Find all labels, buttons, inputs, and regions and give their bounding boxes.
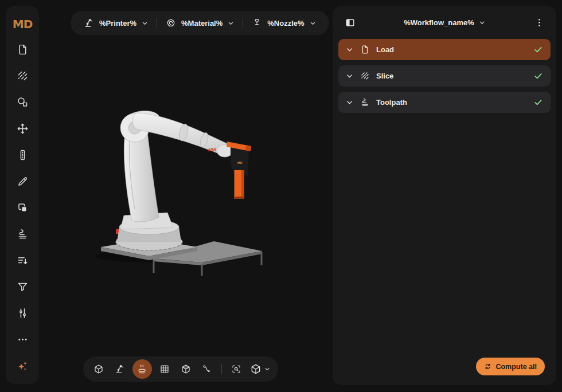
step-label: Load: [376, 45, 394, 54]
file-button[interactable]: [13, 41, 32, 57]
step-label: Toolpath: [376, 98, 407, 107]
panel-toggle-button[interactable]: [342, 14, 358, 30]
grid-icon: [159, 363, 170, 375]
shapes-button[interactable]: [13, 94, 32, 110]
move-icon: [17, 123, 29, 135]
spline-path-icon: [202, 363, 212, 375]
file-icon: [17, 44, 29, 56]
toolbar-divider: [221, 364, 222, 374]
slice-hatch-icon: [360, 71, 370, 81]
app-logo: MD: [13, 17, 33, 31]
panel-layout-icon: [345, 17, 356, 28]
printer-label: %Printer%: [99, 19, 136, 28]
abb-brand-label: ABB: [207, 148, 216, 152]
duplicate-icon: [17, 202, 29, 214]
more-options-button[interactable]: [13, 331, 32, 347]
measure-button[interactable]: [13, 147, 32, 163]
sort-list-button[interactable]: [13, 252, 32, 268]
move-button[interactable]: [13, 120, 32, 136]
edit-button[interactable]: [13, 173, 32, 189]
grid-button[interactable]: [156, 360, 173, 378]
workflow-header: %Workflow_name%: [333, 6, 556, 39]
settings-sliders-button[interactable]: [13, 305, 32, 321]
cube-icon: [93, 363, 104, 375]
compute-all-button[interactable]: Compute all: [476, 358, 545, 375]
bounding-box-button[interactable]: [177, 360, 194, 378]
cube-icon: [250, 363, 262, 375]
pencil-icon: [17, 175, 29, 187]
compute-all-label: Compute all: [495, 363, 537, 371]
workflow-name-dropdown[interactable]: %Workflow_name%: [400, 18, 489, 28]
extruder-end-effector: MD: [227, 135, 251, 199]
chevron-down-icon: [310, 20, 316, 26]
robot-view-button[interactable]: [111, 360, 128, 378]
chevron-down-icon: [479, 19, 485, 26]
effector-md-label: MD: [237, 161, 243, 164]
ellipsis-icon: [17, 334, 29, 346]
cube-view-button[interactable]: [90, 360, 107, 378]
duplicate-button[interactable]: [13, 199, 32, 215]
slice-button[interactable]: [13, 68, 32, 84]
chevron-down-icon: [346, 46, 353, 53]
slice-hatch-icon: [17, 70, 29, 82]
left-tool-sidebar: MD: [6, 6, 39, 384]
chevron-down-icon: [264, 366, 270, 372]
chevron-down-icon: [346, 99, 353, 106]
workflow-panel: %Workflow_name% Load Slice Toolpath C: [333, 6, 556, 385]
printer-dropdown[interactable]: %Printer%: [75, 11, 157, 35]
heated-bed-icon: [136, 363, 148, 375]
chevron-down-icon: [346, 72, 353, 80]
material-label: %Material%: [181, 19, 223, 28]
toolpath-icon: [360, 97, 370, 107]
workflow-step-toolpath[interactable]: Toolpath: [338, 92, 551, 113]
chevron-down-icon: [142, 20, 148, 26]
ai-assistant-button[interactable]: [13, 358, 32, 374]
kebab-menu-icon: [534, 17, 545, 28]
toolpath-button[interactable]: [13, 226, 32, 242]
check-icon: [533, 71, 543, 81]
chevron-down-icon: [228, 20, 234, 26]
sort-list-down-icon: [17, 254, 29, 266]
workflow-steps: Load Slice Toolpath: [333, 39, 556, 113]
workflow-name-label: %Workflow_name%: [404, 18, 474, 27]
viewport-toolbar: [83, 356, 278, 382]
robot-arm-icon: [84, 18, 94, 28]
shapes-icon: [17, 96, 29, 108]
workflow-step-slice[interactable]: Slice: [338, 65, 551, 87]
refresh-icon: [484, 363, 491, 370]
sparkles-ai-icon: [17, 360, 29, 372]
step-label: Slice: [376, 72, 393, 80]
heated-bed-button[interactable]: [132, 359, 152, 379]
filament-spool-icon: [166, 18, 176, 28]
nozzle-icon: [252, 18, 262, 28]
focus-fit-button[interactable]: [228, 360, 245, 378]
bounding-box-icon: [181, 363, 191, 375]
machine-setup-toolbar: %Printer% %Material% %Nozzle%: [71, 11, 329, 35]
panel-menu-button[interactable]: [531, 14, 547, 30]
file-icon: [360, 45, 370, 54]
nozzle-dropdown[interactable]: %Nozzle%: [243, 11, 324, 35]
focus-scan-icon: [231, 363, 241, 375]
filter-button[interactable]: [13, 279, 32, 295]
measure-ruler-icon: [17, 149, 29, 161]
toolpath-preview-button[interactable]: [198, 360, 216, 378]
material-dropdown[interactable]: %Material%: [157, 11, 243, 35]
robot-arm-icon: [115, 363, 125, 375]
sliders-icon: [17, 307, 29, 319]
check-icon: [533, 97, 543, 107]
filter-icon: [17, 281, 29, 293]
check-icon: [533, 45, 543, 54]
workflow-step-load[interactable]: Load: [338, 39, 551, 60]
robot-arm-scene: ABB MD: [86, 106, 270, 278]
nozzle-label: %Nozzle%: [267, 19, 304, 28]
view-cube-dropdown[interactable]: [249, 363, 271, 375]
toolpath-icon: [17, 228, 29, 240]
